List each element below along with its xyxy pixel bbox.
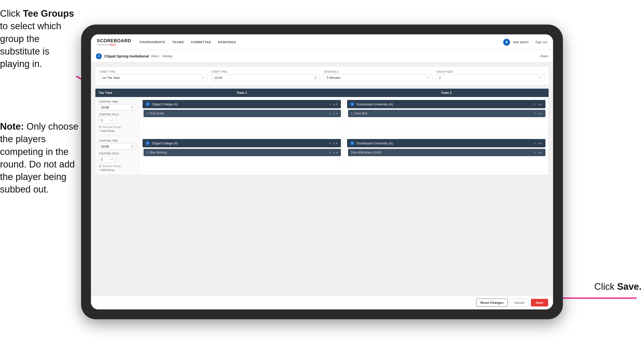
group2-team2-cell: S Scoreboard University (A) × ▲▼ Dave Bi… <box>344 136 549 175</box>
col-tee-time: Tee Time <box>95 89 140 97</box>
nav-teams[interactable]: TEAMS <box>172 39 184 45</box>
logo-scoreboard: SCOREBOARD <box>97 38 131 43</box>
groups-container: STARTING TIME: 10:00 🕐 STARTING HOLE: 1 … <box>95 97 549 175</box>
instruction-tee-groups: Click Tee Groups to select which group t… <box>0 7 79 70</box>
table-row: STARTING TIME: 10:05 🕐 STARTING HOLE: 1 … <box>95 136 549 175</box>
tablet-frame: SCOREBOARD Powered by clippd TOURNAMENTS… <box>81 24 563 319</box>
user-avatar: B <box>503 39 510 46</box>
team2-card-g2[interactable]: S Scoreboard University (A) × ▲▼ <box>347 139 546 147</box>
group1-time-col: STARTING TIME: 10:00 🕐 STARTING HOLE: 1 … <box>95 97 140 136</box>
team1-expand-g1[interactable]: ▲▼ <box>333 103 338 106</box>
team1-card-g2[interactable]: C Clippd College (A) × ▲▼ <box>142 139 341 147</box>
team1-icon-g1: C <box>146 102 150 106</box>
nav-links: TOURNAMENTS TEAMS COMMITTEE RANKINGS <box>139 39 503 45</box>
team1-close-g2[interactable]: × <box>329 141 331 145</box>
sign-out-link[interactable]: Sign out <box>535 40 547 44</box>
team2-actions-g2: × ▲▼ <box>534 141 542 145</box>
nav-committee[interactable]: COMMITTEE <box>191 39 211 45</box>
team2-close-g1[interactable]: × <box>534 102 536 106</box>
note-instruction: Note: Only choose the players competing … <box>0 120 79 196</box>
footer-bar: Reset Changes Cancel Save <box>91 296 553 310</box>
click-save-bold: Save. <box>617 281 642 292</box>
logo-powered: Powered by clippd <box>97 43 131 46</box>
team1-name-g1: C Clippd College (A) <box>146 102 178 106</box>
player1-close[interactable]: × <box>329 111 331 115</box>
team1-expand-g2[interactable]: ▲▼ <box>333 142 338 145</box>
hole-input-2[interactable]: 1 ▲▼ <box>99 156 116 163</box>
starting-time-label-1: STARTING TIME: <box>99 100 136 103</box>
trash-icon-2: 🗑 <box>99 165 102 167</box>
player4-close[interactable]: × <box>534 151 536 154</box>
add-group-btn-1[interactable]: + Add Group <box>99 129 136 132</box>
player4-actions: × ▲▼ <box>534 151 542 154</box>
hosting-badge: Hosting <box>162 54 172 58</box>
intervals-arrows: ▲▼ <box>426 77 430 79</box>
group-size-label: Group Size <box>436 70 545 73</box>
start-type-input[interactable]: 1st Tee Start ▲▼ <box>99 74 208 81</box>
tournament-gender: (Men) <box>151 54 159 58</box>
start-type-arrows: ▲▼ <box>201 77 205 79</box>
logo-area: SCOREBOARD Powered by clippd <box>97 38 131 46</box>
player-card-g1-t1-1[interactable]: 1. Rich Butler × ▲▼ <box>144 110 341 117</box>
plus-icon-2: + <box>99 168 100 171</box>
team1-card-g1[interactable]: C Clippd College (A) × ▲▼ <box>142 100 341 108</box>
nav-rankings[interactable]: RANKINGS <box>218 39 236 45</box>
team2-card-g1[interactable]: S Scoreboard University (A) × ▲▼ <box>347 100 546 108</box>
remove-group-btn-1[interactable]: 🗑 Remove Group <box>99 125 136 128</box>
time-input-2[interactable]: 10:05 🕐 <box>99 143 136 150</box>
time-input-1[interactable]: 10:00 🕐 <box>99 104 136 111</box>
player3-actions: × ▲▼ <box>329 151 338 154</box>
team2-close-g2[interactable]: × <box>534 141 536 145</box>
hole-input-1[interactable]: 1 ▲▼ <box>99 117 116 123</box>
nav-tournaments[interactable]: TOURNAMENTS <box>139 39 165 45</box>
player2-actions: × ▲▼ <box>534 111 542 115</box>
reset-changes-button[interactable]: Reset Changes <box>476 299 508 307</box>
tee-groups-table: Tee Time Team 1 Team 2 STARTING TIME: 10… <box>95 89 549 175</box>
cancel-button[interactable]: Cancel <box>510 299 528 307</box>
team2-expand-g1[interactable]: ▲▼ <box>538 103 542 106</box>
group-size-input[interactable]: 2 ▲▼ <box>436 74 545 81</box>
table-header: Tee Time Team 1 Team 2 <box>95 89 549 97</box>
player-card-g1-t2-1[interactable]: 1. Rees Britt × ▲▼ <box>348 110 546 117</box>
group1-team1-cell: C Clippd College (A) × ▲▼ 1. Rich Butler <box>140 97 344 136</box>
team1-name-g2: C Clippd College (A) <box>146 141 178 145</box>
player1-expand[interactable]: ▲▼ <box>333 112 338 115</box>
navbar: SCOREBOARD Powered by clippd TOURNAMENTS… <box>91 34 553 50</box>
start-time-input[interactable]: 10:00 🕐 <box>212 74 320 81</box>
instruction-text-prefix: Click <box>0 8 23 19</box>
instruction-bold-tee-groups: Tee Groups <box>23 8 74 19</box>
back-button[interactable]: ‹ Back <box>539 54 548 58</box>
intervals-group: Intervals 5 Minutes ▲▼ <box>324 70 432 81</box>
player2-expand[interactable]: ▲▼ <box>538 112 542 115</box>
player-card-g2-t2-1[interactable]: Dave Billingham (SUB) × ▲▼ <box>348 149 546 156</box>
hole-arrows-1: ▲▼ <box>110 119 114 121</box>
team2-expand-g2[interactable]: ▲▼ <box>538 142 542 145</box>
team2-icon-g1: S <box>350 102 354 106</box>
hole-arrows-2: ▲▼ <box>110 158 114 160</box>
team1-actions-g2: × ▲▼ <box>329 141 338 145</box>
start-type-label: Start Type <box>99 70 208 73</box>
clock-icon-2: 🕐 <box>130 145 134 148</box>
group2-time-col: STARTING TIME: 10:05 🕐 STARTING HOLE: 1 … <box>95 136 140 175</box>
tournament-title: Clippd Spring Invitational <box>104 54 149 58</box>
intervals-input[interactable]: 5 Minutes ▲▼ <box>324 74 432 81</box>
settings-row: Start Type 1st Tee Start ▲▼ Start Time 1… <box>95 67 549 85</box>
player2-close[interactable]: × <box>534 111 536 115</box>
player4-expand[interactable]: ▲▼ <box>538 151 542 154</box>
player3-close[interactable]: × <box>329 151 331 154</box>
starting-time-label-2: STARTING TIME: <box>99 139 136 142</box>
table-row: STARTING TIME: 10:00 🕐 STARTING HOLE: 1 … <box>95 97 549 136</box>
player3-expand[interactable]: ▲▼ <box>333 151 338 154</box>
player-card-g2-t1-1[interactable]: 2. Blair McHarg × ▲▼ <box>144 149 341 156</box>
instruction-text-suffix: to select which group the substitute is … <box>0 21 61 69</box>
plus-icon: + <box>99 129 100 132</box>
save-button[interactable]: Save <box>531 299 548 307</box>
team2-icon-g2: S <box>350 141 354 145</box>
add-group-btn-2[interactable]: + Add Group <box>99 168 136 171</box>
starting-hole-label-1: STARTING HOLE: <box>99 113 136 116</box>
team1-close-g1[interactable]: × <box>329 102 331 106</box>
team1-icon-g2: C <box>146 141 150 145</box>
remove-group-btn-2[interactable]: 🗑 Remove Group <box>99 165 136 167</box>
user-name: blair admin <box>513 40 529 44</box>
team2-name-g2: S Scoreboard University (A) <box>350 141 393 145</box>
